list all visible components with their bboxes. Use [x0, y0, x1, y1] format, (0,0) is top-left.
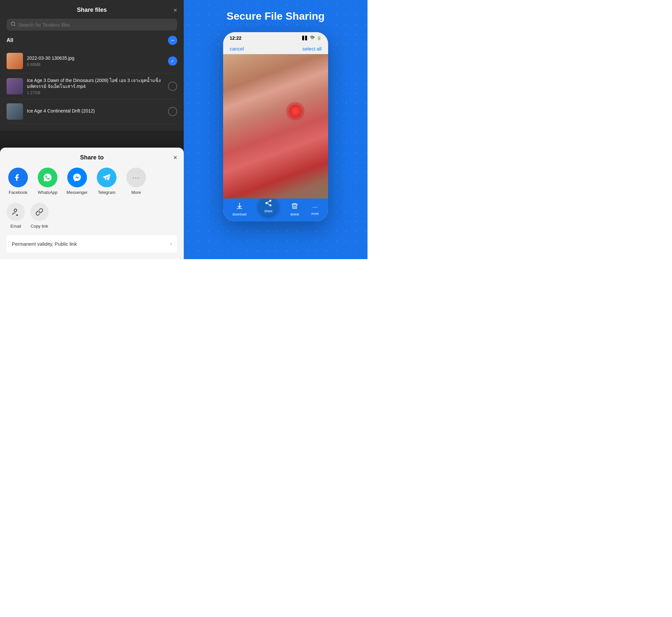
facebook-label: Facebook: [9, 190, 27, 195]
delete-label: delete: [290, 213, 299, 216]
share-app-telegram[interactable]: Telegram: [95, 168, 118, 195]
file-name: Ice Age 4 Continental Drift (2012): [27, 108, 168, 114]
all-header: All −: [7, 36, 177, 45]
file-size: 6.60MB: [27, 62, 168, 67]
share-apps-row: Facebook WhatsApp Messenger: [7, 168, 177, 195]
portrait-photo: [223, 54, 328, 198]
file-list: 2022-03-30 130635.jpg 6.60MB Ice Age 3 D…: [7, 49, 177, 124]
wifi-icon: [310, 36, 315, 41]
right-panel: Secure File Sharing 12:22 ▋▋ 🔋 cancel se…: [184, 0, 367, 259]
download-label: download: [232, 213, 246, 216]
copy-link-label: Copy link: [30, 224, 48, 229]
share-label: share: [264, 209, 272, 213]
share-action-email[interactable]: Email: [7, 203, 25, 229]
phone-status-bar: 12:22 ▋▋ 🔋: [223, 32, 328, 43]
page-title: Secure File Sharing: [227, 10, 325, 22]
share-app-facebook[interactable]: Facebook: [7, 168, 29, 195]
more-icon: ···: [312, 203, 318, 211]
messenger-icon: [67, 168, 87, 187]
share-to-close-button[interactable]: ×: [173, 154, 177, 161]
file-name: 2022-03-30 130635.jpg: [27, 55, 168, 61]
facebook-icon: [8, 168, 28, 187]
file-size: 1.27GB: [27, 90, 168, 95]
svg-point-4: [266, 202, 268, 204]
phone-image: [223, 54, 328, 198]
file-name: Ice Age 3 Dawn of the Dinosaurs (2009) ไ…: [27, 77, 168, 89]
svg-point-3: [270, 200, 271, 202]
file-checkbox[interactable]: [168, 56, 177, 65]
more-label: more: [311, 212, 319, 215]
share-app-messenger[interactable]: Messenger: [65, 168, 89, 195]
messenger-label: Messenger: [66, 190, 88, 195]
svg-line-1: [14, 25, 15, 26]
delete-icon: [291, 202, 298, 211]
svg-line-7: [268, 201, 270, 203]
share-files-title: Share files: [77, 7, 107, 13]
share-action-copy-link[interactable]: Copy link: [30, 203, 48, 229]
email-label: Email: [10, 224, 21, 229]
more-label: More: [131, 190, 141, 195]
chevron-right-icon: ›: [170, 240, 172, 247]
file-info: 2022-03-30 130635.jpg 6.60MB: [27, 55, 168, 67]
whatsapp-label: WhatsApp: [38, 190, 57, 195]
telegram-label: Telegram: [98, 190, 115, 195]
phone-download-button[interactable]: download: [232, 202, 246, 216]
search-icon: [10, 21, 16, 28]
share-files-modal: Share files × All − 2022-03-30 130635.jp: [0, 0, 184, 131]
file-info: Ice Age 3 Dawn of the Dinosaurs (2009) ไ…: [27, 77, 168, 95]
telegram-icon: [97, 168, 117, 187]
share-app-whatsapp[interactable]: WhatsApp: [36, 168, 59, 195]
download-icon: [236, 202, 243, 211]
phone-mockup: 12:22 ▋▋ 🔋 cancel select all: [223, 32, 328, 221]
sheet-header: Share to ×: [7, 154, 177, 161]
phone-select-all-button[interactable]: select all: [303, 46, 322, 51]
svg-point-2: [14, 209, 17, 212]
share-files-close-button[interactable]: ×: [173, 7, 177, 14]
file-checkbox[interactable]: [168, 82, 177, 91]
file-info: Ice Age 4 Continental Drift (2012): [27, 108, 168, 115]
file-thumbnail: [7, 103, 23, 120]
modal-header: Share files ×: [7, 7, 177, 13]
table-row[interactable]: 2022-03-30 130635.jpg 6.60MB: [7, 49, 177, 73]
battery-icon: 🔋: [317, 36, 322, 40]
select-all-toggle[interactable]: −: [168, 36, 177, 45]
phone-cancel-button[interactable]: cancel: [230, 46, 244, 51]
permanent-link-text: Permanent validity, Public link: [12, 241, 77, 247]
share-to-sheet: Share to × Facebook W: [0, 148, 184, 259]
table-row[interactable]: Ice Age 4 Continental Drift (2012): [7, 99, 177, 124]
phone-bottom-bar: download share: [223, 198, 328, 221]
more-apps-icon: ···: [126, 168, 146, 187]
svg-point-0: [11, 22, 15, 26]
phone-delete-button[interactable]: delete: [290, 202, 299, 216]
search-input[interactable]: [18, 22, 173, 28]
signal-icon: ▋▋: [302, 36, 308, 40]
share-to-title: Share to: [80, 154, 104, 161]
file-checkbox[interactable]: [168, 107, 177, 116]
phone-share-button[interactable]: share: [259, 196, 278, 216]
all-label: All: [7, 37, 13, 43]
search-bar: [7, 19, 177, 30]
phone-nav-bar: cancel select all: [223, 43, 328, 54]
email-icon: [7, 203, 25, 221]
share-second-row: Email Copy link: [7, 203, 177, 229]
svg-point-5: [270, 204, 271, 206]
whatsapp-icon: [38, 168, 57, 187]
phone-more-button[interactable]: ··· more: [311, 203, 319, 215]
svg-line-6: [268, 204, 270, 205]
phone-time: 12:22: [230, 35, 241, 41]
left-panel: Share files × All − 2022-03-30 130635.jp: [0, 0, 184, 259]
permanent-link-row[interactable]: Permanent validity, Public link ›: [7, 235, 177, 252]
file-thumbnail: [7, 53, 23, 69]
copy-link-icon: [30, 203, 48, 221]
table-row[interactable]: Ice Age 3 Dawn of the Dinosaurs (2009) ไ…: [7, 73, 177, 99]
phone-status-icons: ▋▋ 🔋: [302, 36, 322, 41]
share-icon: [265, 199, 272, 209]
share-app-more[interactable]: ··· More: [125, 168, 148, 195]
file-thumbnail: [7, 78, 23, 94]
